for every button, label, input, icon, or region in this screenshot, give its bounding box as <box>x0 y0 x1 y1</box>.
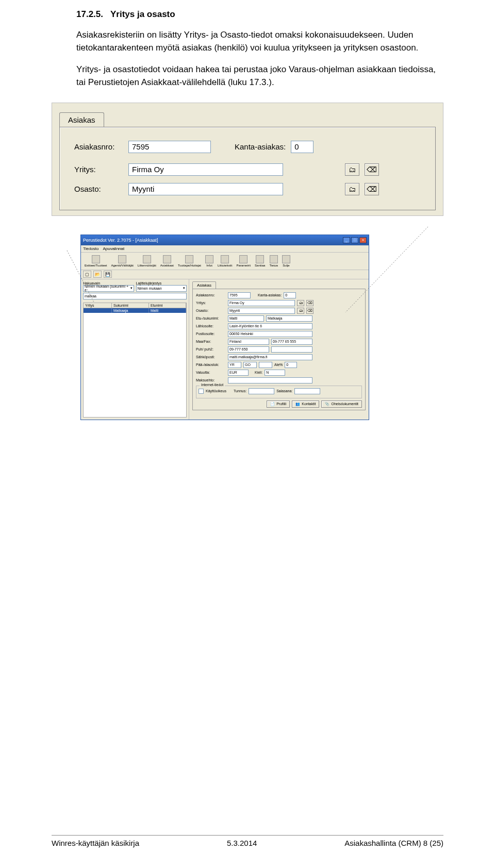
d-input-lahiosoite[interactable]: Lasin-Kylöntien tie 6 <box>228 323 312 329</box>
tb2-new-icon[interactable]: ▢ <box>83 271 91 278</box>
clear-yritys-button[interactable]: ⌫ <box>365 163 379 176</box>
d-lookup-yritys-icon[interactable]: 🗂 <box>297 300 304 306</box>
dropdown-lajittelu[interactable]: Nimen mukaan <box>136 285 187 292</box>
list-body: Matkaaja Matti <box>83 308 187 418</box>
list-row-selected[interactable]: Matkaaja Matti <box>84 308 186 313</box>
d-input-kanta[interactable]: 0 <box>284 292 296 298</box>
tb-parametrit[interactable]: Parametrit <box>235 255 252 267</box>
search-input[interactable]: matkaa <box>83 293 187 299</box>
input-yritys[interactable]: Firma Oy <box>128 163 283 176</box>
tb-sanitaa[interactable]: Sanitaa <box>253 255 267 267</box>
dropdown-hakuavain[interactable]: Nimen mukaan (sukunimi + e <box>83 285 134 292</box>
menu-tiedosto[interactable]: Tiedosto <box>83 246 98 251</box>
d-label-salasana: Salasana: <box>276 389 292 393</box>
d-label-maksuehto: Maksuehto: <box>196 378 226 382</box>
d-input-maa[interactable]: Finland <box>228 339 269 345</box>
tb2-save-icon[interactable]: 💾 <box>104 271 112 278</box>
label-asiakasnro: Asiakasnro: <box>74 142 123 151</box>
screenshot-perustiedot-window: Perustiedot Ver. 2.7075 - [Asiakkaat] _ … <box>80 235 369 420</box>
input-asiakasnro[interactable]: 7595 <box>128 141 211 153</box>
d-input-puh[interactable]: 09-777 650 <box>228 346 269 353</box>
d-input-alaostok[interactable] <box>259 362 272 368</box>
tb-tietoa[interactable]: Tietoa <box>268 255 279 267</box>
minimize-button[interactable]: _ <box>343 237 350 243</box>
d-label-puh: Puh/ puh2: <box>196 347 226 351</box>
d-input-ale[interactable]: 0 <box>285 362 297 368</box>
d-label-maafax: Maa/Fax: <box>196 340 226 343</box>
d-input-sukunimi[interactable]: Matkaaja <box>266 315 312 322</box>
section-heading: 17.2.5. Yritys ja osasto <box>76 9 443 20</box>
footer-center: 5.3.2014 <box>227 839 257 847</box>
tab-asiakas[interactable]: Asiakas <box>59 112 104 127</box>
secondary-toolbar: ▢ 📂 💾 <box>81 270 369 279</box>
d-label-tunnus: Tunnus: <box>234 389 246 393</box>
titlebar: Perustiedot Ver. 2.7075 - [Asiakkaat] _ … <box>81 235 369 245</box>
menubar: Tiedosto Apuvalinnat <box>81 245 369 253</box>
d-input-maksuehto[interactable] <box>228 377 312 383</box>
tb-liittotekstit[interactable]: Liittotekstit <box>216 255 234 267</box>
d-label-asiakasnro: Asiakasnro: <box>196 293 226 297</box>
d-input-kieli[interactable]: N <box>265 370 285 376</box>
lookup-osasto-button[interactable]: 🗂 <box>345 183 359 195</box>
left-search-panel: Hakuavain Nimen mukaan (sukunimi + e Laj… <box>81 279 189 420</box>
checkbox-kayttooikeus[interactable] <box>199 389 204 394</box>
tb-infot[interactable]: Infot <box>204 255 215 267</box>
list-header: Yritys Sukunimi Etunimi <box>83 303 187 308</box>
d-label-kieli: Kieli: <box>255 371 262 374</box>
d-input-etunimi[interactable]: Matti <box>228 315 264 322</box>
tb-agentit[interactable]: Agentit/Välittäjät <box>109 255 135 267</box>
d-input-yritys[interactable]: Firma Oy <box>228 300 295 306</box>
paragraph-1: Asiakasrekisteriin on lisätty Yritys- ja… <box>76 29 443 54</box>
d-input-valuutta[interactable]: EUR <box>228 370 249 376</box>
button-kontaktit[interactable]: 👥 Kontaktit <box>292 400 319 408</box>
tb-sulje[interactable]: Sulje <box>280 255 292 267</box>
footer-right: Asiakashallinta (CRM) 8 (25) <box>344 839 443 847</box>
d-label-paaostok: Pää-/alaostok: <box>196 363 226 366</box>
d-label-yritys: Yritys: <box>196 301 226 305</box>
label-yritys: Yritys: <box>74 165 123 174</box>
d-input-go[interactable]: GO <box>243 362 257 368</box>
col-sukunimi[interactable]: Sukunimi <box>112 303 149 308</box>
d-input-sahkoposti[interactable]: matti.matkaaja@firma.fi <box>228 354 312 360</box>
tb-esitteet[interactable]: Esitteet/Tuotteet <box>83 255 108 267</box>
tb-liikennoitsijat[interactable]: Liikennöitsijät <box>136 255 158 267</box>
groupbox-internet-tiedot: Internet-tiedot Käyttöoikeus Tunnus: Sal… <box>196 386 362 398</box>
d-input-puh2[interactable] <box>271 346 312 353</box>
d-label-postiosoite: Postiosoite: <box>196 332 226 336</box>
col-etunimi[interactable]: Etunimi <box>149 303 186 308</box>
d-input-postiosoite[interactable]: 00650 Helsinki <box>228 331 312 337</box>
d-label-lahiosoite: Lähiosoite: <box>196 324 226 328</box>
detail-tab-asiakas[interactable]: Asiakas <box>192 281 216 289</box>
menu-apuvalinnat[interactable]: Apuvalinnat <box>103 246 124 251</box>
d-clear-yritys-icon[interactable]: ⌫ <box>306 300 314 306</box>
button-oheisdokumentit[interactable]: 📎 Oheisdokumentit <box>321 400 362 408</box>
maximize-button[interactable]: □ <box>351 237 358 243</box>
d-label-kanta: Kanta-asiakas: <box>258 293 282 297</box>
tb-tuottajat[interactable]: Tuottajat/Hoitajat <box>176 255 203 267</box>
d-label-valuutta: Valuutta: <box>196 371 226 374</box>
asiakas-panel: Asiakasnro: 7595 Kanta-asiakas: 0 Yritys… <box>59 127 436 210</box>
lookup-yritys-button[interactable]: 🗂 <box>345 163 359 176</box>
tb2-open-icon[interactable]: 📂 <box>93 271 102 278</box>
d-label-sahkoposti: Sähköposti: <box>196 355 226 359</box>
d-input-asiakasnro[interactable]: 7595 <box>228 292 251 298</box>
d-input-paaostok[interactable]: YR <box>228 362 241 368</box>
heading-title: Yritys ja osasto <box>110 9 175 20</box>
window-title: Perustiedot Ver. 2.7075 - [Asiakkaat] <box>83 238 158 243</box>
d-lookup-osasto-icon[interactable]: 🗂 <box>297 308 304 314</box>
input-osasto[interactable]: Myynti <box>128 183 283 195</box>
input-kanta-asiakas[interactable]: 0 <box>291 141 314 153</box>
button-profiili[interactable]: 📄 Profiili <box>267 400 290 408</box>
close-button[interactable]: × <box>359 237 367 243</box>
col-yritys[interactable]: Yritys <box>84 303 112 308</box>
d-input-osasto[interactable]: Myynti <box>228 308 295 314</box>
d-input-salasana[interactable] <box>294 388 320 394</box>
clear-osasto-button[interactable]: ⌫ <box>365 183 379 195</box>
d-input-tunnus[interactable] <box>249 388 274 394</box>
tb-asiakkaat[interactable]: Asiakkaat <box>159 255 175 267</box>
right-detail-panel: Asiakas Asiakasnro: 7595 Kanta-asiakas: … <box>189 279 369 420</box>
d-label-ale: Ale% <box>274 363 283 366</box>
d-clear-osasto-icon[interactable]: ⌫ <box>306 308 314 314</box>
d-input-fax[interactable]: 09-777 65 555 <box>271 339 312 345</box>
screenshot-asiakas-panel: Asiakas Asiakasnro: 7595 Kanta-asiakas: … <box>52 103 443 216</box>
